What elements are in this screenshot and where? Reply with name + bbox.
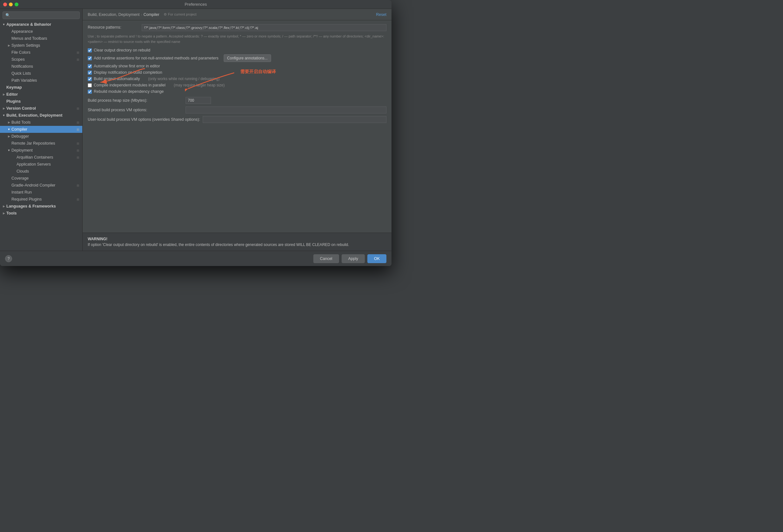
minimize-button[interactable] — [9, 3, 13, 6]
sidebar-item-compiler[interactable]: ▼ Compiler ⊞ — [0, 126, 82, 133]
settings-icon: ⊞ — [75, 147, 81, 154]
checkbox-build-auto: Build project automatically (only works … — [88, 76, 386, 81]
sidebar-item-menus-toolbars[interactable]: Menus and Toolbars — [0, 35, 82, 42]
sidebar-item-appearance[interactable]: Appearance — [0, 28, 82, 35]
close-button[interactable] — [3, 3, 7, 6]
display-notification-checkbox[interactable] — [88, 70, 92, 75]
sidebar-item-quick-lists[interactable]: Quick Lists — [0, 70, 82, 77]
sidebar-item-clouds[interactable]: Clouds — [0, 168, 82, 175]
build-auto-checkbox[interactable] — [88, 77, 92, 81]
user-local-vm-row: User-local build process VM options (ove… — [88, 116, 386, 123]
expand-arrow-icon: ▶ — [6, 134, 11, 139]
sidebar-item-label: Quick Lists — [11, 71, 82, 75]
sidebar-item-label: Clouds — [17, 169, 82, 174]
show-error-checkbox[interactable] — [88, 64, 92, 68]
rebuild-module-checkbox[interactable] — [88, 90, 92, 94]
sidebar-item-keymap[interactable]: ▶ Keymap — [0, 84, 82, 91]
sidebar-item-scopes[interactable]: Scopes ⊞ — [0, 56, 82, 63]
sidebar-item-label: Appearance & Behavior — [6, 22, 82, 27]
sidebar-item-label: Menus and Toolbars — [11, 36, 82, 41]
sidebar-item-tools[interactable]: ▶ Tools — [0, 210, 82, 217]
expand-arrow-icon: ▶ — [1, 106, 6, 111]
window-controls — [3, 3, 19, 6]
resource-patterns-label: Resource patterns: — [88, 24, 142, 30]
sidebar-item-languages-frameworks[interactable]: ▶ Languages & Frameworks — [0, 203, 82, 210]
content-body: Resource patterns: Use ; to separate pat… — [83, 20, 392, 232]
sidebar-item-label: Remote Jar Repositories — [11, 141, 75, 146]
sidebar-item-label: Version Control — [6, 106, 75, 111]
sidebar-item-file-colors[interactable]: File Colors ⊞ — [0, 49, 82, 56]
checkbox-clear-output: Clear output directory on rebuild — [88, 48, 386, 53]
sidebar-item-label: Path Variables — [11, 78, 82, 83]
sidebar-item-label: Arquillian Containers — [17, 155, 75, 160]
sidebar-item-instant-run[interactable]: Instant Run — [0, 189, 82, 196]
help-button[interactable]: ? — [5, 255, 12, 262]
cancel-button[interactable]: Cancel — [313, 254, 339, 263]
checkbox-compile-parallel: Compile independent modules in parallel … — [88, 83, 386, 87]
sidebar-item-label: Build Tools — [11, 120, 75, 125]
sidebar-item-label: Compiler — [11, 127, 75, 132]
settings-icon: ⊞ — [75, 126, 81, 132]
titlebar: Preferences — [0, 0, 392, 9]
compile-parallel-checkbox[interactable] — [88, 83, 92, 87]
breadcrumb: Build, Execution, Deployment › Compiler … — [88, 12, 196, 17]
sidebar-item-plugins[interactable]: ▶ Plugins — [0, 98, 82, 105]
sidebar-item-label: Debugger — [11, 134, 82, 138]
build-auto-note: (only works while not running / debuggin… — [148, 76, 220, 81]
expand-arrow-icon: ▶ — [1, 211, 6, 216]
sidebar-item-path-variables[interactable]: Path Variables — [0, 77, 82, 84]
sidebar-item-version-control[interactable]: ▶ Version Control ⊞ — [0, 105, 82, 112]
ok-button[interactable]: OK — [367, 254, 386, 263]
shared-vm-label: Shared build process VM options: — [88, 108, 183, 112]
sidebar-item-gradle-android[interactable]: Gradle-Android Compiler ⊞ — [0, 182, 82, 189]
sidebar-item-coverage[interactable]: Coverage — [0, 175, 82, 182]
checkbox-rebuild-module: Rebuild module on dependency change — [88, 89, 386, 94]
settings-icon: ⊞ — [75, 56, 81, 63]
content-header: Build, Execution, Deployment › Compiler … — [83, 9, 392, 20]
checkbox-show-error: Automatically show first error in editor — [88, 64, 386, 68]
search-input[interactable] — [3, 11, 80, 19]
clear-output-checkbox[interactable] — [88, 48, 92, 53]
sidebar-item-appearance-behavior[interactable]: ▼ Appearance & Behavior — [0, 21, 82, 28]
runtime-assertions-checkbox[interactable] — [88, 56, 92, 60]
sidebar-item-arquillian[interactable]: Arquillian Containers ⊞ — [0, 154, 82, 161]
warning-title: WARNING! — [88, 237, 107, 241]
sidebar-item-label: File Colors — [11, 50, 75, 55]
content-area: Build, Execution, Deployment › Compiler … — [83, 9, 392, 251]
maximize-button[interactable] — [14, 3, 19, 6]
reset-button[interactable]: Reset — [376, 12, 386, 17]
user-local-vm-input[interactable] — [203, 116, 386, 123]
resource-patterns-input[interactable] — [142, 24, 386, 31]
compile-parallel-note: (may require larger heap size) — [174, 83, 225, 87]
warning-text: If option 'Clear output directory on reb… — [88, 243, 349, 247]
spacer-icon: ▶ — [1, 99, 6, 104]
sidebar-item-notifications[interactable]: Notifications — [0, 63, 82, 70]
warning-box: WARNING! If option 'Clear output directo… — [83, 232, 392, 251]
sidebar-item-deployment[interactable]: ▼ Deployment ⊞ — [0, 147, 82, 154]
sidebar-item-build-exec-deploy[interactable]: ▼ Build, Execution, Deployment — [0, 112, 82, 119]
window: Preferences ▼ Appearance & Behavior Appe… — [0, 0, 392, 266]
sidebar-item-label: Gradle-Android Compiler — [11, 183, 75, 188]
sidebar-item-system-settings[interactable]: ▶ System Settings — [0, 42, 82, 49]
sidebar-item-debugger[interactable]: ▶ Debugger — [0, 133, 82, 140]
heap-size-row: Build process heap size (Mbytes): — [88, 97, 386, 104]
sidebar-item-build-tools[interactable]: ▶ Build Tools ⊞ — [0, 119, 82, 126]
runtime-assertions-label: Add runtime assertions for not-null-anno… — [94, 56, 219, 60]
search-box[interactable] — [0, 9, 82, 21]
apply-button[interactable]: Apply — [342, 254, 365, 263]
sidebar-item-remote-jar[interactable]: Remote Jar Repositories ⊞ — [0, 140, 82, 147]
annotation-chinese: 需要开启自动编译 — [240, 69, 276, 75]
sidebar-item-editor[interactable]: ▶ Editor — [0, 91, 82, 98]
spacer-icon: ▶ — [1, 85, 6, 90]
heap-size-input[interactable] — [186, 97, 211, 104]
configure-annotations-button[interactable]: Configure annotations... — [224, 54, 271, 62]
sidebar-item-required-plugins[interactable]: Required Plugins ⊞ — [0, 196, 82, 203]
expand-arrow-icon: ▼ — [6, 148, 11, 153]
shared-vm-input[interactable] — [186, 106, 386, 114]
sidebar-item-label: Scopes — [11, 57, 75, 62]
display-notification-label: Display notification on build completion — [94, 70, 162, 75]
bottom-bar: ? Cancel Apply OK — [0, 251, 392, 266]
breadcrumb-separator: › — [141, 12, 142, 17]
sidebar-item-app-servers[interactable]: Application Servers — [0, 161, 82, 168]
settings-icon: ⊞ — [75, 49, 81, 56]
